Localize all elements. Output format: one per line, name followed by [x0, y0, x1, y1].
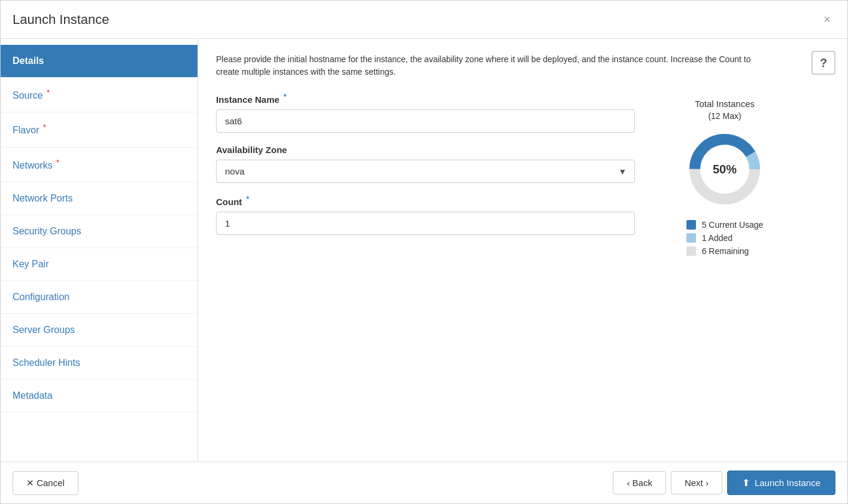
instance-name-group: Instance Name * [216, 93, 635, 133]
modal-body: Details Source * Flavor * Networks * Net… [1, 39, 847, 462]
sidebar-item-scheduler-hints[interactable]: Scheduler Hints [1, 347, 197, 380]
modal-title: Launch Instance [13, 12, 109, 28]
close-button[interactable]: × [819, 10, 835, 29]
sidebar-item-configuration[interactable]: Configuration [1, 281, 197, 314]
legend-color-added [686, 233, 696, 243]
description-text: Please provide the initial hostname for … [216, 53, 755, 78]
launch-instance-modal: Launch Instance × Details Source * Flavo… [0, 0, 848, 504]
sidebar-item-server-groups[interactable]: Server Groups [1, 314, 197, 347]
networks-required-marker: * [56, 158, 59, 167]
sidebar-item-source[interactable]: Source * [1, 78, 197, 112]
sidebar-item-network-ports[interactable]: Network Ports [1, 182, 197, 215]
legend-label-current: 5 Current Usage [702, 220, 764, 230]
sidebar-item-key-pair[interactable]: Key Pair [1, 248, 197, 281]
chart-legend: 5 Current Usage 1 Added 6 Remaining [686, 220, 764, 259]
availability-zone-label: Availability Zone [216, 145, 635, 155]
legend-label-remaining: 6 Remaining [702, 246, 749, 256]
chart-section: Total Instances (12 Max) 50% [659, 93, 791, 259]
count-input[interactable] [216, 212, 635, 235]
instance-name-required: * [284, 93, 287, 101]
main-content: ? Please provide the initial hostname fo… [198, 39, 847, 462]
modal-footer: ✕ Cancel ‹ Back Next › ⬆ Launch Instance [1, 462, 847, 503]
footer-left: ✕ Cancel [13, 471, 78, 495]
sidebar-item-metadata[interactable]: Metadata [1, 380, 197, 413]
availability-zone-select[interactable]: nova az1 az2 [216, 160, 635, 183]
source-required-marker: * [47, 88, 50, 97]
legend-color-remaining [686, 246, 696, 256]
instance-name-label: Instance Name * [216, 93, 635, 105]
legend-label-added: 1 Added [702, 233, 732, 243]
legend-item-current: 5 Current Usage [686, 220, 764, 230]
modal-header: Launch Instance × [1, 1, 847, 39]
count-group: Count * [216, 195, 635, 235]
count-required: * [247, 195, 250, 203]
donut-chart: 50% [686, 130, 764, 208]
flavor-required-marker: * [43, 123, 46, 132]
legend-color-current [686, 220, 696, 230]
sidebar-item-security-groups[interactable]: Security Groups [1, 215, 197, 248]
sidebar-item-flavor[interactable]: Flavor * [1, 112, 197, 147]
launch-instance-button[interactable]: ⬆ Launch Instance [727, 471, 835, 495]
launch-upload-icon: ⬆ [742, 477, 750, 488]
count-label: Count * [216, 195, 635, 207]
instance-name-input[interactable] [216, 109, 635, 133]
footer-right: ‹ Back Next › ⬆ Launch Instance [613, 471, 835, 495]
help-button[interactable]: ? [811, 51, 835, 75]
form-fields: Instance Name * Availability Zone nova a… [216, 93, 635, 259]
form-section: Instance Name * Availability Zone nova a… [216, 93, 829, 259]
chart-title: Total Instances [695, 99, 755, 109]
legend-item-added: 1 Added [686, 233, 764, 243]
chart-subtitle: (12 Max) [708, 111, 741, 121]
next-button[interactable]: Next › [671, 471, 722, 494]
donut-label: 50% [713, 163, 737, 176]
sidebar-item-details[interactable]: Details [1, 45, 197, 78]
back-button[interactable]: ‹ Back [613, 471, 666, 494]
availability-zone-select-wrapper: nova az1 az2 ▼ [216, 160, 635, 183]
sidebar: Details Source * Flavor * Networks * Net… [1, 39, 198, 462]
launch-instance-label: Launch Instance [755, 478, 820, 488]
cancel-button[interactable]: ✕ Cancel [13, 471, 78, 495]
availability-zone-group: Availability Zone nova az1 az2 ▼ [216, 145, 635, 183]
sidebar-item-networks[interactable]: Networks * [1, 148, 197, 182]
legend-item-remaining: 6 Remaining [686, 246, 764, 256]
